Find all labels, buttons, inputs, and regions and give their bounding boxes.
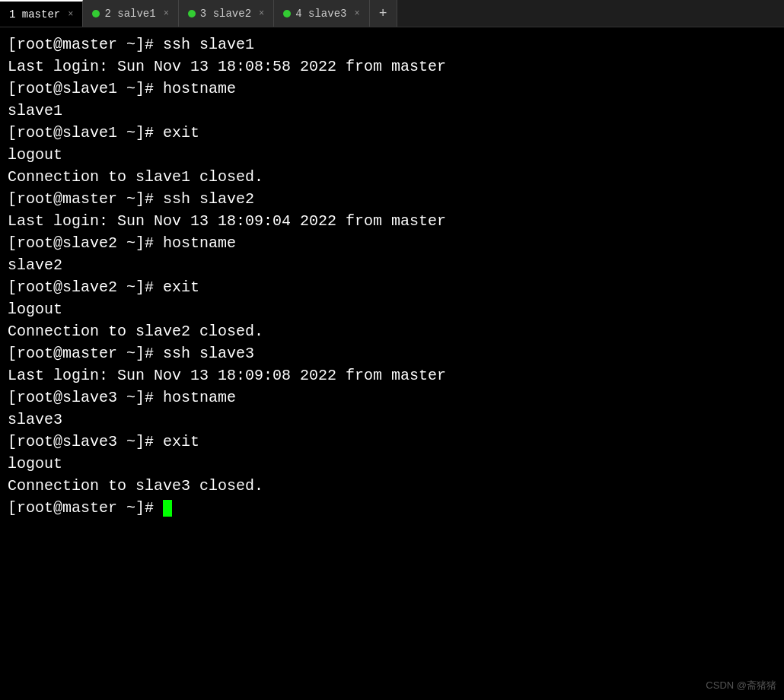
- terminal-line: [root@slave3 ~]# exit: [8, 431, 776, 453]
- terminal-output: [root@master ~]# ssh slave1Last login: S…: [0, 27, 784, 700]
- terminal-line: [root@slave2 ~]# hostname: [8, 232, 776, 254]
- terminal-line: slave2: [8, 254, 776, 276]
- tab-4-slave3[interactable]: 4 slave3×: [274, 0, 369, 27]
- terminal-line: [root@slave3 ~]# hostname: [8, 387, 776, 409]
- tab-close-button[interactable]: ×: [354, 8, 359, 19]
- terminal-line: Connection to slave3 closed.: [8, 475, 776, 497]
- terminal-line: [root@master ~]# ssh slave1: [8, 33, 776, 56]
- terminal-line: logout: [8, 298, 776, 320]
- tab-dot: [283, 10, 291, 18]
- tab-label: 2 salve1: [104, 8, 155, 20]
- terminal-line: Connection to slave1 closed.: [8, 166, 776, 188]
- tab-label: 3 slave2: [200, 8, 251, 20]
- tab-label: 1 master: [9, 8, 60, 21]
- terminal-line: [root@slave2 ~]# exit: [8, 276, 776, 298]
- tab-dot: [92, 10, 100, 18]
- terminal-line: [root@master ~]# ssh slave3: [8, 342, 776, 364]
- terminal-line: [root@slave1 ~]# hostname: [8, 78, 776, 100]
- tab-close-button[interactable]: ×: [259, 8, 264, 19]
- tab-2-salve1[interactable]: 2 salve1×: [83, 0, 178, 27]
- tab-1-master[interactable]: 1 master×: [0, 0, 83, 27]
- tab-3-slave2[interactable]: 3 slave2×: [179, 0, 274, 27]
- watermark: CSDN @斋猪猪: [706, 679, 776, 692]
- tab-close-button[interactable]: ×: [68, 9, 73, 20]
- tab-label: 4 slave3: [295, 8, 346, 20]
- terminal-line: slave1: [8, 100, 776, 122]
- terminal-cursor: [163, 500, 172, 517]
- terminal-line: [root@master ~]#: [8, 497, 776, 519]
- terminal-line: Last login: Sun Nov 13 18:08:58 2022 fro…: [8, 56, 776, 78]
- new-tab-button[interactable]: +: [370, 0, 397, 27]
- terminal-line: Last login: Sun Nov 13 18:09:08 2022 fro…: [8, 364, 776, 387]
- terminal-line: Connection to slave2 closed.: [8, 320, 776, 342]
- terminal-line: logout: [8, 453, 776, 475]
- terminal-line: logout: [8, 144, 776, 166]
- terminal-line: slave3: [8, 409, 776, 431]
- tab-close-button[interactable]: ×: [164, 8, 169, 19]
- tab-bar: 1 master×2 salve1×3 slave2×4 slave3×+: [0, 0, 784, 27]
- tab-dot: [188, 10, 196, 18]
- terminal-line: [root@master ~]# ssh slave2: [8, 188, 776, 210]
- terminal-line: [root@slave1 ~]# exit: [8, 122, 776, 144]
- terminal-line: Last login: Sun Nov 13 18:09:04 2022 fro…: [8, 210, 776, 232]
